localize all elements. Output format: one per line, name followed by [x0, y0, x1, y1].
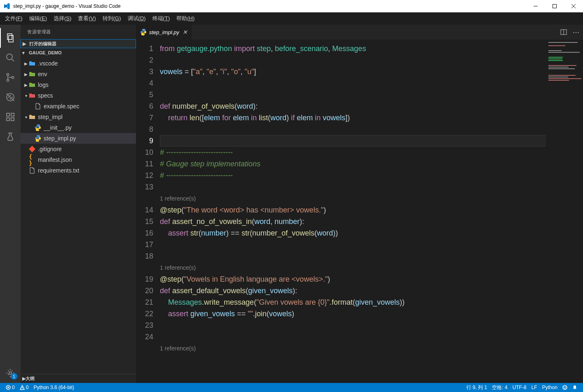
- code-line-4[interactable]: [160, 77, 583, 89]
- activity-search[interactable]: [0, 48, 21, 68]
- status-spaces[interactable]: 空格: 4: [489, 384, 510, 391]
- menu-f[interactable]: 文件(F): [2, 13, 26, 24]
- line-gutter: 12345678910111213 1415161718 19202122232…: [136, 40, 160, 383]
- code-line-12[interactable]: # ---------------------------: [160, 170, 583, 181]
- codelens[interactable]: 1 reference(s): [160, 262, 583, 273]
- close-button[interactable]: [564, 0, 583, 12]
- activity-debug[interactable]: [0, 87, 21, 107]
- activity-test[interactable]: [0, 127, 21, 147]
- code-line-17[interactable]: [160, 239, 583, 250]
- code-line-5[interactable]: [160, 89, 583, 100]
- code-line-18[interactable]: [160, 250, 583, 262]
- menu-g[interactable]: 转到(G): [99, 13, 124, 24]
- titlebar: step_impl.py - gauge_demo - Visual Studi…: [0, 0, 583, 12]
- tree-item-env[interactable]: ▶env: [21, 69, 136, 79]
- svg-point-5: [7, 79, 9, 82]
- py-icon: [35, 124, 41, 131]
- activity-explorer[interactable]: [0, 28, 21, 48]
- file-tree: ▶.vscode▶env▶logs▾specs example.spec▾ste…: [21, 57, 136, 374]
- code-line-10[interactable]: # ---------------------------: [160, 147, 583, 158]
- tree-item-step-impl-py[interactable]: step_impl.py: [21, 133, 136, 144]
- sidebar-title: 资源管理器: [21, 25, 136, 39]
- status-lang[interactable]: Python: [540, 385, 560, 390]
- tree-item-example-spec[interactable]: example.spec: [21, 101, 136, 112]
- minimize-button[interactable]: [526, 0, 545, 12]
- section-project[interactable]: ▾GAUGE_DEMO: [21, 48, 136, 57]
- statusbar: 0 0 Python 3.6 (64-bit) 行 9, 列 1 空格: 4 U…: [0, 383, 583, 392]
- menu-d[interactable]: 调试(D): [124, 13, 149, 24]
- split-editor-icon[interactable]: [560, 29, 567, 35]
- git-icon: [29, 146, 35, 152]
- status-interpreter[interactable]: Python 3.6 (64-bit): [31, 385, 77, 390]
- tree-item-step-impl[interactable]: ▾step_impl: [21, 112, 136, 122]
- code-line-2[interactable]: [160, 54, 583, 66]
- folder-icon: [29, 114, 35, 120]
- code-line-13[interactable]: [160, 181, 583, 193]
- activity-scm[interactable]: [0, 68, 21, 87]
- code-line-16[interactable]: assert str(number) == str(number_of_vowe…: [160, 227, 583, 239]
- code-area[interactable]: from getgauge.python import step, before…: [160, 40, 583, 383]
- svg-rect-10: [11, 118, 14, 121]
- code-line-6[interactable]: def number_of_vowels(word):: [160, 100, 583, 112]
- code-line-1[interactable]: from getgauge.python import step, before…: [160, 43, 583, 54]
- svg-rect-11: [11, 113, 14, 116]
- file-icon: [29, 167, 35, 174]
- folder-icon: [29, 71, 35, 77]
- tab-close-icon[interactable]: ✕: [183, 29, 187, 35]
- status-rowcol[interactable]: 行 9, 列 1: [464, 384, 490, 391]
- svg-point-14: [144, 34, 145, 35]
- status-errors[interactable]: 0: [3, 385, 17, 390]
- svg-point-19: [566, 387, 566, 387]
- status-encoding[interactable]: UTF-8: [510, 385, 529, 390]
- codelens[interactable]: 1 reference(s): [160, 193, 583, 204]
- settings-badge: 1: [11, 373, 17, 380]
- code-line-14[interactable]: @step("The word <word> has <number> vowe…: [160, 204, 583, 216]
- code-line-19[interactable]: @step("Vowels in English language are <v…: [160, 273, 583, 285]
- code-line-7[interactable]: return len([elem for elem in list(word) …: [160, 112, 583, 124]
- code-line-20[interactable]: def assert_default_vowels(given_vowels):: [160, 285, 583, 296]
- code-line-21[interactable]: Messages.write_message("Given vowels are…: [160, 296, 583, 308]
- section-open-editors[interactable]: ▶打开的编辑器: [21, 39, 136, 48]
- tree-item-logs[interactable]: ▶logs: [21, 79, 136, 90]
- window-title: step_impl.py - gauge_demo - Visual Studi…: [13, 3, 526, 9]
- menu-t[interactable]: 终端(T): [149, 13, 173, 24]
- status-warnings[interactable]: 0: [17, 385, 31, 390]
- status-feedback-icon[interactable]: [560, 385, 570, 390]
- status-eol[interactable]: LF: [529, 385, 540, 390]
- code-line-8[interactable]: [160, 124, 583, 135]
- menu-s[interactable]: 选择(S): [50, 13, 75, 24]
- code-line-3[interactable]: vowels = ["a", "e", "i", "o", "u"]: [160, 66, 583, 77]
- activity-extensions[interactable]: [0, 107, 21, 127]
- menu-h[interactable]: 帮助(H): [173, 13, 198, 24]
- folder-icon: [29, 82, 35, 88]
- code-line-23[interactable]: [160, 320, 583, 331]
- minimap[interactable]: [546, 40, 583, 383]
- tree-item-requirements-txt[interactable]: requirements.txt: [21, 165, 136, 176]
- sidebar: 资源管理器 ▶打开的编辑器 ▾GAUGE_DEMO ▶.vscode▶env▶l…: [21, 25, 136, 383]
- more-actions-icon[interactable]: ⋯: [573, 28, 580, 36]
- code-line-24[interactable]: [160, 331, 583, 343]
- status-bell-icon[interactable]: [570, 385, 580, 390]
- tree-item-manifest-json[interactable]: { }manifest.json: [21, 154, 136, 165]
- code-line-11[interactable]: # Gauge step implementations: [160, 158, 583, 170]
- svg-rect-0: [553, 5, 557, 8]
- menu-v[interactable]: 查看(V): [75, 13, 99, 24]
- folder-icon: [29, 60, 35, 67]
- file-icon: [35, 103, 41, 110]
- tab-step-impl[interactable]: step_impl.py ✕: [136, 25, 192, 40]
- code-line-15[interactable]: def assert_no_of_vowels_in(word, number)…: [160, 216, 583, 227]
- section-outline[interactable]: ▶大纲: [21, 374, 136, 383]
- tree-item--init-py[interactable]: __init__.py: [21, 122, 136, 133]
- activity-settings[interactable]: 1: [0, 363, 21, 383]
- tree-item--vscode[interactable]: ▶.vscode: [21, 58, 136, 69]
- tree-item-specs[interactable]: ▾specs: [21, 90, 136, 101]
- maximize-button[interactable]: [545, 0, 564, 12]
- svg-rect-2: [9, 35, 13, 42]
- code-line-22[interactable]: assert given_vowels == "".join(vowels): [160, 308, 583, 320]
- tree-item--gitignore[interactable]: .gitignore: [21, 144, 136, 154]
- codelens[interactable]: 1 reference(s): [160, 343, 583, 354]
- menu-e[interactable]: 编辑(E): [26, 13, 50, 24]
- svg-rect-9: [7, 118, 9, 121]
- code-line-9[interactable]: [160, 135, 583, 147]
- tab-bar: step_impl.py ✕ ⋯: [136, 25, 583, 40]
